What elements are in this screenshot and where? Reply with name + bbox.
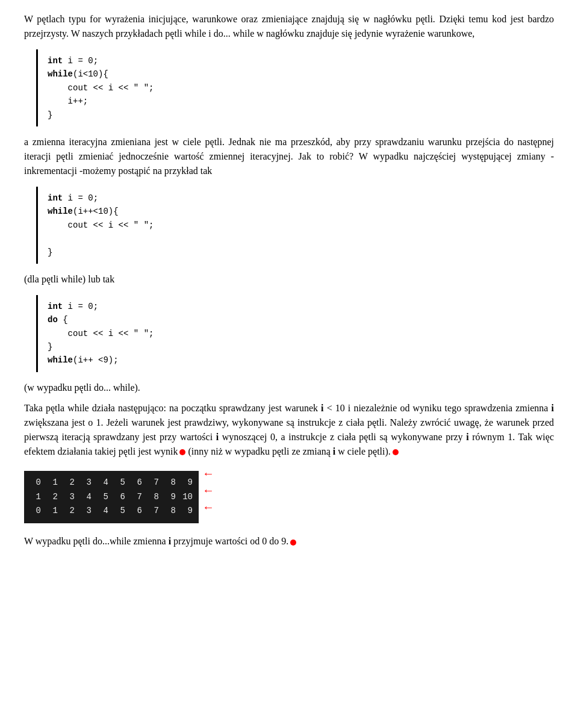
code-block-3: int i = 0; do { cout << i << " "; } whil… (36, 295, 554, 372)
red-dot-1 (179, 449, 185, 455)
red-arrow-1: ← (202, 467, 214, 479)
code-block-2: int i = 0; while(i++<10){ cout << i << "… (36, 187, 554, 264)
output-section: 0 1 2 3 4 5 6 7 8 9 1 2 3 4 5 6 7 8 9 (24, 465, 554, 529)
output-row-3: 0 1 2 3 4 5 6 7 8 9 (30, 504, 193, 518)
red-dot-2 (393, 449, 399, 455)
main-content: W pętlach typu for wyrażenia inicjujące,… (24, 12, 554, 549)
red-arrows: ← ← ← (202, 467, 214, 513)
code-block-1: int i = 0; while(i<10){ cout << i << " "… (36, 49, 554, 126)
output-row-1: 0 1 2 3 4 5 6 7 8 9 (30, 476, 193, 490)
red-dot-3 (290, 540, 296, 546)
paragraph-2: a zmienna iteracyjna zmieniana jest w ci… (24, 135, 554, 178)
paragraph-3: (dla pętli while) lub tak (24, 272, 554, 287)
red-arrow-3: ← (202, 501, 214, 513)
output-row-2: 1 2 3 4 5 6 7 8 9 10 (30, 490, 193, 505)
paragraph-4: (w wypadku pętli do... while). (24, 381, 554, 395)
red-arrow-2: ← (202, 484, 214, 496)
paragraph-5: Taka pętla while działa następująco: na … (24, 401, 554, 459)
paragraph-1: W pętlach typu for wyrażenia inicjujące,… (24, 12, 554, 41)
paragraph-6: W wypadku pętli do...while zmienna i prz… (24, 534, 554, 549)
output-display: 0 1 2 3 4 5 6 7 8 9 1 2 3 4 5 6 7 8 9 (24, 471, 199, 523)
